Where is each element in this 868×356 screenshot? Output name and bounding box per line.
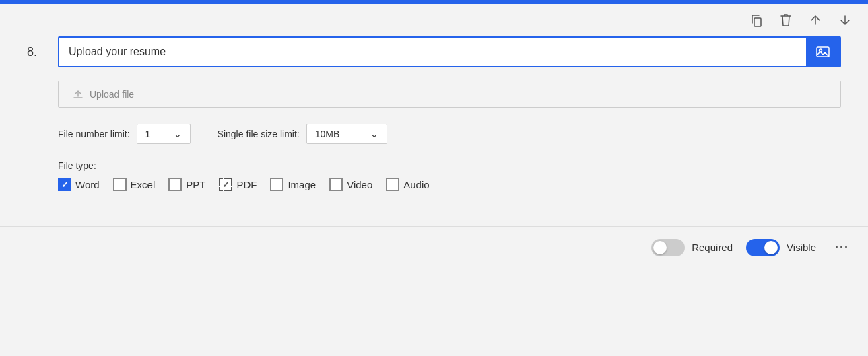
file-type-ppt[interactable]: PPT xyxy=(168,178,205,191)
single-file-size-limit-group: Single file size limit: 10MB ⌄ xyxy=(218,124,387,144)
toolbar xyxy=(0,4,868,36)
chevron-down-icon: ⌄ xyxy=(174,129,182,139)
upload-file-button[interactable]: Upload file xyxy=(58,81,841,108)
image-checkbox[interactable] xyxy=(270,178,283,191)
move-down-icon[interactable] xyxy=(836,11,855,30)
pdf-label: PDF xyxy=(236,179,257,190)
file-type-pdf[interactable]: ✓ PDF xyxy=(219,178,257,191)
settings-row: File number limit: 1 ⌄ Single file size … xyxy=(58,124,841,144)
move-up-icon[interactable] xyxy=(806,11,825,30)
file-type-audio[interactable]: Audio xyxy=(386,178,429,191)
file-number-limit-value: 1 xyxy=(145,129,151,139)
single-file-size-limit-label: Single file size limit: xyxy=(218,129,300,139)
delete-icon[interactable] xyxy=(776,11,795,30)
ppt-label: PPT xyxy=(186,179,205,190)
upload-file-label: Upload file xyxy=(90,89,134,100)
question-input[interactable] xyxy=(59,38,806,66)
video-label: Video xyxy=(347,179,372,190)
file-types-list: ✓ Word Excel PPT ✓ PDF xyxy=(58,178,841,191)
video-checkbox[interactable] xyxy=(329,178,343,191)
file-type-image[interactable]: Image xyxy=(270,178,316,191)
question-row: 8. xyxy=(27,36,841,67)
pdf-checkbox[interactable]: ✓ xyxy=(219,178,232,191)
ppt-checkbox[interactable] xyxy=(168,178,182,191)
audio-label: Audio xyxy=(403,179,429,190)
word-label: Word xyxy=(75,179,100,190)
svg-point-2 xyxy=(820,49,822,52)
file-number-limit-select[interactable]: 1 ⌄ xyxy=(137,124,191,144)
question-number: 8. xyxy=(27,45,47,59)
word-checkbox[interactable]: ✓ xyxy=(58,178,71,191)
file-type-video[interactable]: Video xyxy=(329,178,372,191)
more-dots: ··· xyxy=(835,240,849,254)
file-type-word[interactable]: ✓ Word xyxy=(58,178,100,191)
copy-icon[interactable] xyxy=(747,11,766,30)
visible-toggle-group: Visible xyxy=(746,239,816,256)
visible-toggle[interactable] xyxy=(746,239,780,256)
single-file-size-limit-select[interactable]: 10MB ⌄ xyxy=(306,124,387,144)
file-number-limit-label: File number limit: xyxy=(58,129,130,139)
file-number-limit-group: File number limit: 1 ⌄ xyxy=(58,124,191,144)
required-toggle-thumb xyxy=(653,241,667,254)
single-file-size-limit-value: 10MB xyxy=(315,129,340,139)
image-icon-button[interactable] xyxy=(806,38,840,66)
image-label: Image xyxy=(288,179,316,190)
file-type-excel[interactable]: Excel xyxy=(113,178,156,191)
required-toggle[interactable] xyxy=(651,239,685,256)
required-toggle-group: Required xyxy=(651,239,733,256)
excel-label: Excel xyxy=(131,179,156,190)
audio-checkbox[interactable] xyxy=(386,178,399,191)
file-type-label: File type: xyxy=(58,160,841,171)
question-input-wrapper xyxy=(58,36,841,67)
visible-toggle-thumb xyxy=(764,241,778,254)
chevron-down-icon-2: ⌄ xyxy=(370,129,378,139)
required-label: Required xyxy=(692,242,733,253)
visible-label: Visible xyxy=(787,242,816,253)
more-options-button[interactable]: ··· xyxy=(830,238,855,257)
footer-row: Required Visible ··· xyxy=(0,227,868,268)
excel-checkbox[interactable] xyxy=(113,178,127,191)
main-content: 8. Upload file File number limit: 1 xyxy=(0,36,868,215)
svg-rect-0 xyxy=(754,18,761,26)
file-type-section: File type: ✓ Word Excel PPT xyxy=(58,160,841,191)
